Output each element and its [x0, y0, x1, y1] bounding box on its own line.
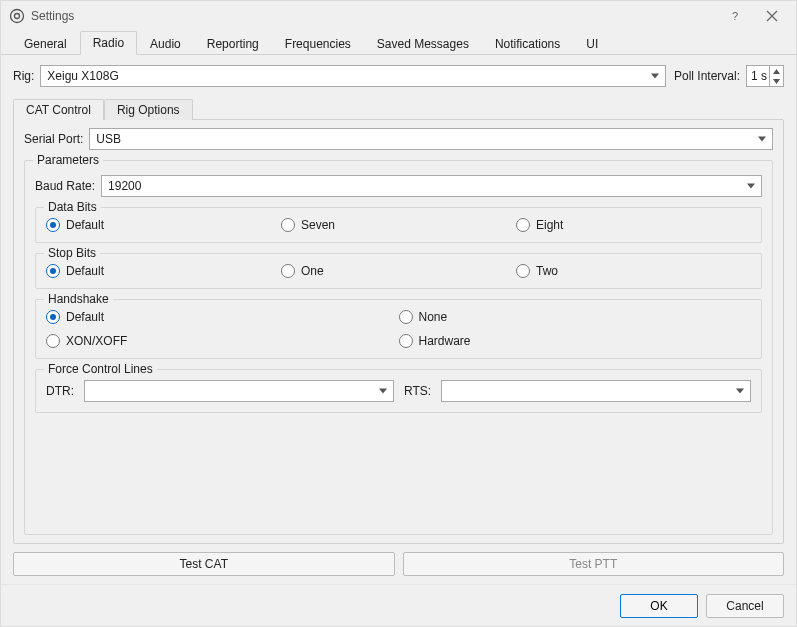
dtr-label: DTR:	[46, 384, 74, 398]
handshake-default[interactable]: Default	[46, 310, 399, 324]
radio-label: Default	[66, 264, 104, 278]
settings-window: Settings ? General Radio Audio Reporting…	[0, 0, 797, 627]
svg-point-0	[11, 10, 24, 23]
svg-text:?: ?	[732, 10, 738, 22]
radio-label: Two	[536, 264, 558, 278]
radio-icon	[46, 310, 60, 324]
baud-value: 19200	[108, 179, 141, 193]
radio-label: Default	[66, 310, 104, 324]
radio-label: Eight	[536, 218, 563, 232]
serial-port-value: USB	[96, 132, 121, 146]
baud-label: Baud Rate:	[35, 179, 95, 193]
radio-label: Default	[66, 218, 104, 232]
poll-label: Poll Interval:	[674, 69, 740, 83]
window-title: Settings	[31, 9, 718, 23]
rig-row: Rig: Xeigu X108G Poll Interval: 1 s	[13, 65, 784, 87]
handshake-hardware[interactable]: Hardware	[399, 334, 752, 348]
radio-tab-content: Rig: Xeigu X108G Poll Interval: 1 s CAT …	[1, 55, 796, 584]
baud-row: Baud Rate: 19200	[35, 175, 762, 197]
rig-value: Xeigu X108G	[47, 69, 118, 83]
data-bits-seven[interactable]: Seven	[281, 218, 516, 232]
cat-control-panel: Serial Port: USB Parameters Baud Rate: 1…	[13, 119, 784, 544]
dialog-button-bar: OK Cancel	[1, 584, 796, 626]
ok-button[interactable]: OK	[620, 594, 698, 618]
test-ptt-button[interactable]: Test PTT	[403, 552, 785, 576]
close-button[interactable]	[754, 3, 790, 29]
data-bits-legend: Data Bits	[44, 200, 101, 214]
svg-point-1	[15, 14, 20, 19]
rig-label: Rig:	[13, 69, 34, 83]
radio-icon	[46, 264, 60, 278]
radio-icon	[281, 264, 295, 278]
svg-marker-6	[773, 79, 780, 84]
rts-select[interactable]	[441, 380, 751, 402]
stop-bits-legend: Stop Bits	[44, 246, 100, 260]
radio-label: XON/XOFF	[66, 334, 127, 348]
radio-subtabs: CAT Control Rig Options	[13, 97, 784, 119]
handshake-none[interactable]: None	[399, 310, 752, 324]
radio-label: Hardware	[419, 334, 471, 348]
stop-bits-group: Stop Bits Default One Two	[35, 253, 762, 289]
poll-spin-up[interactable]	[770, 66, 783, 76]
parameters-legend: Parameters	[33, 153, 103, 167]
poll-value: 1 s	[751, 69, 767, 83]
help-button[interactable]: ?	[718, 3, 754, 29]
data-bits-eight[interactable]: Eight	[516, 218, 751, 232]
tab-reporting[interactable]: Reporting	[194, 32, 272, 55]
tab-audio[interactable]: Audio	[137, 32, 194, 55]
radio-label: Seven	[301, 218, 335, 232]
stop-bits-default[interactable]: Default	[46, 264, 281, 278]
titlebar: Settings ?	[1, 1, 796, 31]
parameters-group: Parameters Baud Rate: 19200 Data Bits De…	[24, 160, 773, 535]
force-control-group: Force Control Lines DTR: RTS:	[35, 369, 762, 413]
poll-spin-down[interactable]	[770, 76, 783, 86]
tab-notifications[interactable]: Notifications	[482, 32, 573, 55]
handshake-group: Handshake Default None XON/XOFF	[35, 299, 762, 359]
test-row: Test CAT Test PTT	[13, 552, 784, 576]
force-control-legend: Force Control Lines	[44, 362, 157, 376]
tab-general[interactable]: General	[11, 32, 80, 55]
serial-port-label: Serial Port:	[24, 132, 83, 146]
radio-label: One	[301, 264, 324, 278]
poll-spinbox[interactable]: 1 s	[746, 65, 784, 87]
tab-saved-messages[interactable]: Saved Messages	[364, 32, 482, 55]
rts-label: RTS:	[404, 384, 431, 398]
test-cat-button[interactable]: Test CAT	[13, 552, 395, 576]
subtab-rig-options[interactable]: Rig Options	[104, 99, 193, 120]
radio-icon	[516, 218, 530, 232]
tab-ui[interactable]: UI	[573, 32, 611, 55]
handshake-xonxoff[interactable]: XON/XOFF	[46, 334, 399, 348]
data-bits-default[interactable]: Default	[46, 218, 281, 232]
stop-bits-one[interactable]: One	[281, 264, 516, 278]
data-bits-group: Data Bits Default Seven Eight	[35, 207, 762, 243]
baud-select[interactable]: 19200	[101, 175, 762, 197]
stop-bits-two[interactable]: Two	[516, 264, 751, 278]
rig-select[interactable]: Xeigu X108G	[40, 65, 666, 87]
radio-icon	[46, 218, 60, 232]
serial-port-row: Serial Port: USB	[24, 128, 773, 150]
radio-label: None	[419, 310, 448, 324]
app-icon	[9, 8, 25, 24]
tab-frequencies[interactable]: Frequencies	[272, 32, 364, 55]
subtab-cat-control[interactable]: CAT Control	[13, 99, 104, 120]
tab-radio[interactable]: Radio	[80, 31, 137, 55]
radio-icon	[46, 334, 60, 348]
radio-icon	[516, 264, 530, 278]
radio-icon	[399, 334, 413, 348]
poll-spin-buttons	[769, 66, 783, 86]
poll-interval: Poll Interval: 1 s	[674, 65, 784, 87]
dtr-select[interactable]	[84, 380, 394, 402]
handshake-legend: Handshake	[44, 292, 113, 306]
main-tabs: General Radio Audio Reporting Frequencie…	[1, 31, 796, 55]
radio-icon	[399, 310, 413, 324]
radio-icon	[281, 218, 295, 232]
serial-port-select[interactable]: USB	[89, 128, 773, 150]
cancel-button[interactable]: Cancel	[706, 594, 784, 618]
svg-marker-5	[773, 69, 780, 74]
